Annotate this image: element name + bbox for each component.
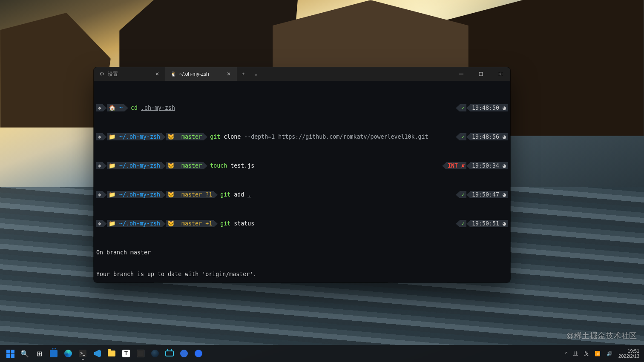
output-line: Your branch is up to date with 'origin/m… bbox=[96, 271, 508, 278]
wifi-icon: 📶 bbox=[595, 351, 601, 356]
ime-indicator[interactable]: 㐀 bbox=[572, 347, 579, 360]
tab-settings[interactable]: ⚙ 设置 ✕ bbox=[94, 67, 165, 81]
tab-close-button[interactable]: ✕ bbox=[153, 70, 161, 78]
tab-ohmyzsh[interactable]: 🐧 ~/.oh-my-zsh ✕ bbox=[165, 67, 237, 81]
close-button[interactable] bbox=[491, 67, 510, 81]
volume-icon: 🔊 bbox=[607, 351, 612, 356]
typora-icon: T bbox=[122, 350, 130, 357]
titlebar: ⚙ 设置 ✕ 🐧 ~/.oh-my-zsh ✕ + ⌄ bbox=[94, 67, 510, 81]
vscode-icon bbox=[93, 350, 101, 357]
folder-icon: 🏠 bbox=[107, 104, 118, 111]
prompt-line: ❖ 🏠 ~ cd .oh-my-zsh ✓ 19:48:50◕ bbox=[96, 104, 508, 111]
gear-icon: ⚙ bbox=[99, 71, 105, 77]
tab-dropdown-button[interactable]: ⌄ bbox=[250, 67, 262, 81]
edge-icon bbox=[64, 350, 72, 357]
folder-icon bbox=[108, 351, 115, 356]
terminal-window: ⚙ 设置 ✕ 🐧 ~/.oh-my-zsh ✕ + ⌄ ❖ 🏠 ~ cd .oh… bbox=[94, 67, 510, 282]
explorer-button[interactable] bbox=[105, 347, 118, 360]
windows-logo-icon bbox=[6, 350, 14, 358]
prompt-line: ❖ 📁~/.oh-my-zsh 🐱master ?1 git add . ✓ 1… bbox=[96, 191, 508, 198]
wifi-button[interactable]: 📶 bbox=[593, 347, 602, 360]
todesk-button[interactable] bbox=[192, 347, 205, 360]
taskview-button[interactable]: ⊞ bbox=[32, 347, 46, 360]
command: cd bbox=[131, 104, 138, 111]
epic-button[interactable] bbox=[134, 347, 147, 360]
terminal-body[interactable]: ❖ 🏠 ~ cd .oh-my-zsh ✓ 19:48:50◕ ❖ 📁~/.oh… bbox=[94, 81, 510, 282]
status-ok-icon: ✓ bbox=[460, 104, 466, 111]
tux-icon: 🐧 bbox=[170, 71, 176, 77]
clock-icon: ◕ bbox=[501, 104, 508, 111]
tab-close-button[interactable]: ✕ bbox=[225, 70, 233, 78]
taskview-icon: ⊞ bbox=[34, 349, 44, 358]
git-icon: 🐱 bbox=[166, 133, 176, 140]
search-button[interactable]: 🔍 bbox=[18, 347, 32, 360]
tray-date: 2022/2/13 bbox=[618, 353, 639, 359]
store-icon bbox=[50, 350, 58, 357]
prompt-line: ❖ 📁~/.oh-my-zsh 🐱master touch test.js IN… bbox=[96, 162, 508, 169]
volume-button[interactable]: 🔊 bbox=[605, 347, 614, 360]
svg-rect-0 bbox=[479, 72, 483, 76]
timestamp: 19:48:50 bbox=[470, 104, 501, 111]
bilibili-icon bbox=[165, 351, 174, 356]
watermark: @稀土掘金技术社区 bbox=[566, 331, 637, 341]
status-error-icon: ✘ bbox=[460, 162, 466, 169]
status-error-text: INT bbox=[446, 162, 460, 169]
prompt-line: ❖ 📁~/.oh-my-zsh 🐱master git clone --dept… bbox=[96, 133, 508, 140]
ime-lang-indicator[interactable]: 英 bbox=[583, 347, 590, 360]
teamspeak-button[interactable] bbox=[177, 347, 191, 360]
steam-icon bbox=[151, 350, 159, 357]
terminal-icon: >_ bbox=[79, 350, 86, 357]
output-line: On branch master bbox=[96, 249, 508, 256]
epic-icon bbox=[137, 350, 144, 357]
bilibili-button[interactable] bbox=[163, 347, 176, 360]
taskbar-items: 🔍 ⊞ >_ T bbox=[3, 347, 205, 360]
cwd: ~ bbox=[118, 104, 124, 111]
store-button[interactable] bbox=[47, 347, 60, 360]
tray-overflow-button[interactable]: ^ bbox=[564, 347, 569, 360]
start-button[interactable] bbox=[3, 347, 17, 360]
clock-button[interactable]: 19:512022/2/13 bbox=[617, 347, 641, 360]
taskbar: 🔍 ⊞ >_ T ^ 㐀 英 📶 🔊 19:512022/2/13 bbox=[0, 345, 644, 362]
todesk-icon bbox=[195, 350, 202, 357]
os-icon: ❖ bbox=[96, 104, 103, 111]
tab-title: ~/.oh-my-zsh bbox=[179, 71, 222, 77]
maximize-button[interactable] bbox=[471, 67, 491, 81]
search-icon: 🔍 bbox=[20, 349, 29, 358]
teamspeak-icon bbox=[180, 350, 188, 357]
prompt-line: ❖ 📁~/.oh-my-zsh 🐱master +1 git status ✓ … bbox=[96, 220, 508, 227]
tray-time: 19:51 bbox=[627, 348, 639, 353]
terminal-button[interactable]: >_ bbox=[76, 347, 89, 360]
edge-button[interactable] bbox=[61, 347, 75, 360]
tab-title: 设置 bbox=[108, 71, 150, 78]
git-branch: master bbox=[180, 133, 204, 140]
chevron-up-icon: ^ bbox=[565, 351, 567, 356]
steam-button[interactable] bbox=[148, 347, 162, 360]
new-tab-button[interactable]: + bbox=[237, 67, 250, 81]
minimize-button[interactable] bbox=[451, 67, 471, 81]
typora-button[interactable]: T bbox=[119, 347, 133, 360]
system-tray: ^ 㐀 英 📶 🔊 19:512022/2/13 bbox=[564, 347, 641, 360]
vscode-button[interactable] bbox=[90, 347, 104, 360]
